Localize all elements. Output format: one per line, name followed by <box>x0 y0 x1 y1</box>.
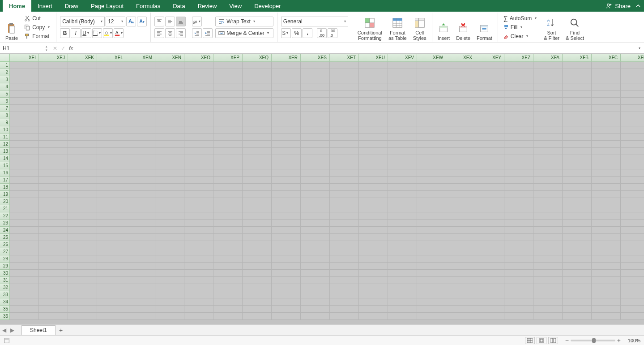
cell[interactable] <box>126 141 155 148</box>
cell[interactable] <box>301 134 330 141</box>
cell[interactable] <box>184 248 213 255</box>
cell[interactable] <box>388 227 417 234</box>
cell[interactable] <box>563 69 592 76</box>
cell[interactable] <box>213 291 243 298</box>
cell[interactable] <box>563 263 592 270</box>
cell[interactable] <box>97 306 126 313</box>
cell[interactable] <box>592 155 621 162</box>
cell[interactable] <box>388 105 417 112</box>
cell[interactable] <box>563 248 592 255</box>
cell[interactable] <box>446 255 475 263</box>
cell[interactable] <box>301 162 330 169</box>
cell[interactable] <box>388 169 417 177</box>
cell[interactable] <box>504 191 533 198</box>
cell[interactable] <box>533 162 563 169</box>
cell[interactable] <box>243 105 272 112</box>
cell[interactable] <box>563 241 592 248</box>
cell[interactable] <box>330 227 359 234</box>
cell[interactable] <box>97 248 126 255</box>
cell[interactable] <box>10 263 39 270</box>
cell[interactable] <box>184 134 213 141</box>
cell[interactable] <box>446 298 475 306</box>
cell[interactable] <box>330 291 359 298</box>
cell[interactable] <box>301 112 330 119</box>
row-header[interactable]: 23 <box>0 220 10 227</box>
cell[interactable] <box>184 91 213 98</box>
cell[interactable] <box>563 134 592 141</box>
cell[interactable] <box>417 134 446 141</box>
cell[interactable] <box>475 119 504 126</box>
cell[interactable] <box>504 284 533 291</box>
cell[interactable] <box>213 155 243 162</box>
cell[interactable] <box>621 119 644 126</box>
cell[interactable] <box>475 177 504 184</box>
delete-cells-button[interactable]: Delete <box>454 13 472 41</box>
cell[interactable] <box>39 98 68 105</box>
format-painter-button[interactable]: Format <box>22 32 52 40</box>
cell[interactable] <box>243 62 272 69</box>
cell[interactable] <box>184 306 213 313</box>
cell[interactable] <box>359 205 388 212</box>
cell[interactable] <box>243 205 272 212</box>
cell[interactable] <box>184 177 213 184</box>
cell[interactable] <box>213 76 243 83</box>
cell[interactable] <box>10 148 39 155</box>
paste-button[interactable]: Paste <box>4 13 20 41</box>
cell[interactable] <box>10 255 39 263</box>
cell[interactable] <box>301 91 330 98</box>
cell[interactable] <box>10 191 39 198</box>
cell[interactable] <box>504 198 533 205</box>
column-header[interactable]: XFD <box>621 54 644 62</box>
cell[interactable] <box>475 148 504 155</box>
cell[interactable] <box>592 255 621 263</box>
cell[interactable] <box>10 169 39 177</box>
cell[interactable] <box>243 177 272 184</box>
cell[interactable] <box>592 83 621 91</box>
column-header[interactable]: XFC <box>592 54 621 62</box>
cell[interactable] <box>155 227 184 234</box>
decrease-indent-button[interactable] <box>192 28 202 38</box>
cell[interactable] <box>475 205 504 212</box>
cell[interactable] <box>330 263 359 270</box>
cell[interactable] <box>39 212 68 220</box>
cell[interactable] <box>533 284 563 291</box>
cell[interactable] <box>621 169 644 177</box>
cell[interactable] <box>97 126 126 134</box>
cell[interactable] <box>504 205 533 212</box>
cell[interactable] <box>126 298 155 306</box>
cell[interactable] <box>475 241 504 248</box>
cell[interactable] <box>213 98 243 105</box>
cell[interactable] <box>563 62 592 69</box>
cell[interactable] <box>330 69 359 76</box>
cell[interactable] <box>417 220 446 227</box>
fx-icon[interactable]: fx <box>69 45 73 52</box>
cell[interactable] <box>301 98 330 105</box>
cell[interactable] <box>68 255 97 263</box>
cell[interactable] <box>272 105 301 112</box>
cell[interactable] <box>446 134 475 141</box>
column-header[interactable]: XET <box>330 54 359 62</box>
cell[interactable] <box>592 277 621 284</box>
cell[interactable] <box>155 220 184 227</box>
cell[interactable] <box>272 241 301 248</box>
cell[interactable] <box>243 248 272 255</box>
cell[interactable] <box>563 141 592 148</box>
cell[interactable] <box>272 177 301 184</box>
row-header[interactable]: 1 <box>0 62 10 69</box>
cell[interactable] <box>330 105 359 112</box>
cell[interactable] <box>417 306 446 313</box>
cell[interactable] <box>330 148 359 155</box>
cell[interactable] <box>417 234 446 241</box>
cell[interactable] <box>388 191 417 198</box>
cell[interactable] <box>359 184 388 191</box>
cell[interactable] <box>504 98 533 105</box>
cell[interactable] <box>533 169 563 177</box>
cell[interactable] <box>301 291 330 298</box>
cell[interactable] <box>592 248 621 255</box>
cell[interactable] <box>272 298 301 306</box>
cell[interactable] <box>621 126 644 134</box>
cell[interactable] <box>213 62 243 69</box>
copy-dropdown-icon[interactable]: ▾ <box>47 25 51 29</box>
cell[interactable] <box>155 134 184 141</box>
cell[interactable] <box>533 119 563 126</box>
